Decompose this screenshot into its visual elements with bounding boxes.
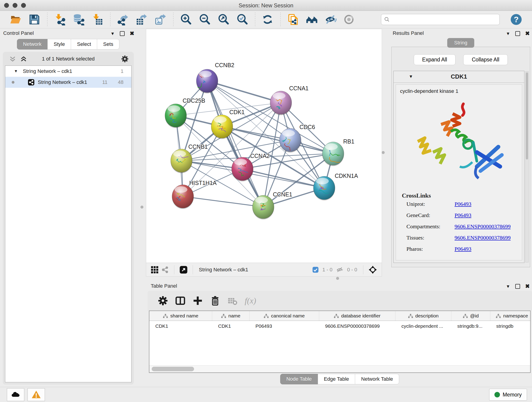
left-splitter-handle[interactable] xyxy=(140,206,143,209)
crosslink-link[interactable]: P06493 xyxy=(455,212,471,218)
node-CDK1[interactable]: CDK1 xyxy=(211,109,245,139)
table-cell[interactable]: CDK1 xyxy=(149,321,212,332)
node-CDKN1A[interactable]: CDKN1A xyxy=(313,172,358,201)
results-scrollbar-thumb[interactable] xyxy=(526,72,528,160)
warning-button[interactable] xyxy=(27,388,45,401)
node-HIST1H1A[interactable]: HIST1H1A xyxy=(172,180,217,209)
network-canvas[interactable]: CCNB2CCNA1CDC25BCDK1CDC6RB1CCNB1CCNA2CDK… xyxy=(146,29,382,263)
bottom-splitter-handle[interactable] xyxy=(336,277,339,280)
close-panel-icon[interactable]: ✖ xyxy=(525,283,530,289)
help-button[interactable]: ? xyxy=(510,13,522,26)
crosslink-link[interactable]: P06493 xyxy=(455,246,471,252)
table-scrollbar-thumb[interactable] xyxy=(152,367,194,371)
results-tab-string[interactable]: String xyxy=(389,38,532,48)
gene-section-header[interactable]: ▼ CDK1 xyxy=(394,71,524,83)
node-label-CCNA2: CCNA2 xyxy=(250,153,270,159)
panel-menu-caret-icon[interactable]: ▼ xyxy=(506,284,510,288)
cloud-button[interactable] xyxy=(7,388,24,401)
float-panel-icon[interactable] xyxy=(120,31,125,36)
column-header-name[interactable]: name xyxy=(212,311,249,321)
table-cell[interactable]: CDK1 xyxy=(212,321,249,332)
column-header-@id[interactable]: @id xyxy=(451,311,490,321)
export-table-button[interactable] xyxy=(135,12,149,27)
column-header-canonical-name[interactable]: canonical name xyxy=(249,311,319,321)
tab-network-table[interactable]: Network Table xyxy=(355,374,399,384)
collection-expand-caret-icon[interactable]: ▼ xyxy=(14,69,18,74)
save-session-button[interactable] xyxy=(27,12,42,27)
panel-menu-caret-icon[interactable]: ▼ xyxy=(506,32,510,36)
tab-edge-table[interactable]: Edge Table xyxy=(318,374,355,384)
tab-network[interactable]: Network xyxy=(17,39,48,50)
node-RB1[interactable]: RB1 xyxy=(322,138,355,166)
export-image-button[interactable] xyxy=(153,12,168,27)
table-horizontal-scrollbar[interactable] xyxy=(149,365,530,372)
selected-checkbox-icon[interactable] xyxy=(312,267,319,273)
results-scrollbar[interactable] xyxy=(525,71,529,262)
create-column-button[interactable] xyxy=(191,294,205,307)
table-cell[interactable]: stringdb xyxy=(490,321,531,332)
column-header-shared-name[interactable]: shared name xyxy=(149,311,212,321)
open-in-window-icon[interactable] xyxy=(179,266,188,274)
zoom-fit-button[interactable] xyxy=(216,12,231,27)
birdseye-view-icon[interactable] xyxy=(368,265,377,274)
edge-CCNA2-CDKN1A[interactable] xyxy=(242,169,324,188)
edge-HIST1H1A-CCNE1[interactable] xyxy=(183,196,263,207)
tab-node-table[interactable]: Node Table xyxy=(280,374,318,384)
close-panel-icon[interactable]: ✖ xyxy=(525,31,530,36)
edge-CCNB2-CCNA1[interactable] xyxy=(207,81,281,103)
column-header-database-identifier[interactable]: database identifier xyxy=(319,311,395,321)
first-neighbors-button[interactable] xyxy=(305,12,319,27)
show-all-button[interactable] xyxy=(342,12,357,27)
table-cell[interactable]: 9606.ENSP00000378699 xyxy=(319,321,395,332)
float-panel-icon[interactable] xyxy=(515,284,520,289)
table-cell[interactable]: stringdb:9... xyxy=(451,321,490,332)
hide-selected-button[interactable] xyxy=(324,12,338,27)
right-splitter-handle[interactable] xyxy=(382,151,385,154)
crosslink-link[interactable]: 9606.ENSP00000378699 xyxy=(455,235,511,241)
tab-sets[interactable]: Sets xyxy=(97,39,119,50)
grid-view-icon[interactable] xyxy=(151,266,158,274)
float-panel-icon[interactable] xyxy=(515,31,520,36)
node-CCNA1[interactable]: CCNA1 xyxy=(270,85,309,115)
panel-menu-caret-icon[interactable]: ▼ xyxy=(110,32,115,36)
table-row[interactable]: CDK1CDK1P064939606.ENSP00000378699cyclin… xyxy=(149,321,530,332)
expand-all-button[interactable]: Expand All xyxy=(414,54,456,65)
clone-network-button[interactable] xyxy=(286,12,300,27)
node-CCNB2[interactable]: CCNB2 xyxy=(196,62,234,94)
show-columns-button[interactable] xyxy=(174,294,187,307)
column-header-namespace[interactable]: namespace xyxy=(490,311,531,321)
crosslink-link[interactable]: 9606.ENSP00000378699 xyxy=(455,223,511,230)
export-network-button[interactable] xyxy=(116,12,130,27)
search-input[interactable] xyxy=(392,17,497,22)
node-CCNB1[interactable]: CCNB1 xyxy=(171,143,208,173)
table-cell[interactable]: P06493 xyxy=(249,321,319,332)
column-header-description[interactable]: description xyxy=(395,311,451,321)
table-cell[interactable]: cyclin-dependent ... xyxy=(395,321,451,332)
zoom-out-button[interactable] xyxy=(198,12,212,27)
zoom-selected-button[interactable] xyxy=(235,12,249,27)
tab-style[interactable]: Style xyxy=(47,39,71,50)
import-table-button[interactable] xyxy=(90,12,105,27)
search-box[interactable] xyxy=(381,14,500,25)
import-network-button[interactable] xyxy=(53,12,67,27)
delete-table-button[interactable] xyxy=(226,294,240,307)
memory-button[interactable]: Memory xyxy=(489,389,527,401)
function-builder-button[interactable]: f(x) xyxy=(245,296,256,306)
open-session-button[interactable] xyxy=(9,12,23,27)
network-share-icon[interactable] xyxy=(161,266,169,274)
delete-column-button[interactable] xyxy=(209,294,222,307)
tab-select[interactable]: Select xyxy=(71,39,97,50)
zoom-in-button[interactable] xyxy=(179,12,193,27)
refresh-button[interactable] xyxy=(261,12,275,27)
crosslink-link[interactable]: P06493 xyxy=(455,201,471,207)
network-collection-row[interactable]: ▼ String Network – cdk1 1 xyxy=(5,66,131,77)
network-options-gear-icon[interactable] xyxy=(121,55,129,63)
edge-CCNB2-CCNE1[interactable] xyxy=(207,81,263,207)
network-selection-status: 1 of 1 Network selected xyxy=(3,56,134,62)
table-options-button[interactable] xyxy=(156,294,170,307)
network-row[interactable]: String Network – cdk1 11 48 xyxy=(5,77,131,88)
collapse-all-button[interactable]: Collapse All xyxy=(463,54,508,65)
hidden-eye-icon[interactable] xyxy=(336,266,343,274)
close-panel-icon[interactable]: ✖ xyxy=(130,31,134,36)
import-network-from-database-button[interactable] xyxy=(72,12,86,27)
